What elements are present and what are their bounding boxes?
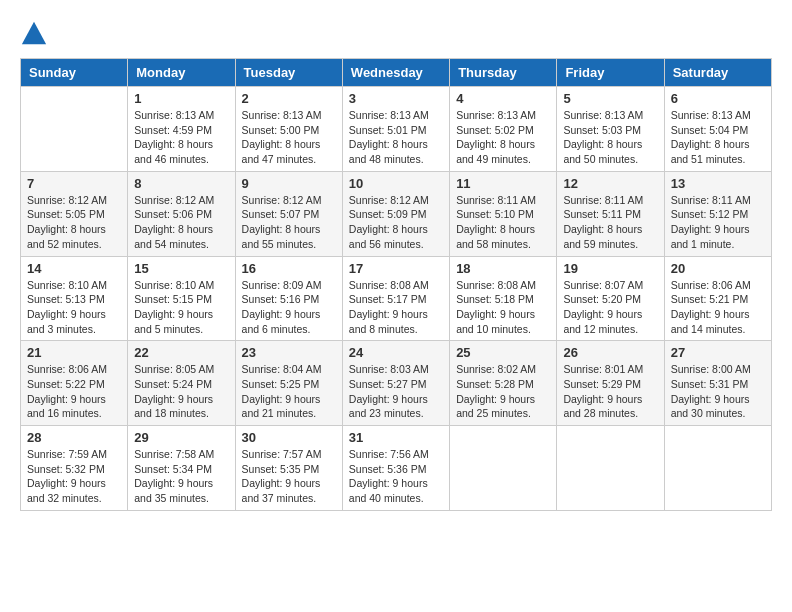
calendar-cell: 18Sunrise: 8:08 AMSunset: 5:18 PMDayligh… — [450, 256, 557, 341]
day-info: Sunrise: 8:12 AMSunset: 5:06 PMDaylight:… — [134, 193, 228, 252]
calendar-cell: 13Sunrise: 8:11 AMSunset: 5:12 PMDayligh… — [664, 171, 771, 256]
day-number: 31 — [349, 430, 443, 445]
day-info: Sunrise: 8:04 AMSunset: 5:25 PMDaylight:… — [242, 362, 336, 421]
day-number: 16 — [242, 261, 336, 276]
calendar-cell: 23Sunrise: 8:04 AMSunset: 5:25 PMDayligh… — [235, 341, 342, 426]
day-info: Sunrise: 7:56 AMSunset: 5:36 PMDaylight:… — [349, 447, 443, 506]
calendar-cell: 8Sunrise: 8:12 AMSunset: 5:06 PMDaylight… — [128, 171, 235, 256]
day-number: 23 — [242, 345, 336, 360]
day-info: Sunrise: 8:11 AMSunset: 5:10 PMDaylight:… — [456, 193, 550, 252]
day-number: 25 — [456, 345, 550, 360]
day-info: Sunrise: 7:57 AMSunset: 5:35 PMDaylight:… — [242, 447, 336, 506]
day-info: Sunrise: 8:08 AMSunset: 5:18 PMDaylight:… — [456, 278, 550, 337]
calendar-cell: 26Sunrise: 8:01 AMSunset: 5:29 PMDayligh… — [557, 341, 664, 426]
day-number: 14 — [27, 261, 121, 276]
day-number: 8 — [134, 176, 228, 191]
calendar-cell: 19Sunrise: 8:07 AMSunset: 5:20 PMDayligh… — [557, 256, 664, 341]
calendar-cell: 11Sunrise: 8:11 AMSunset: 5:10 PMDayligh… — [450, 171, 557, 256]
day-number: 11 — [456, 176, 550, 191]
day-header-monday: Monday — [128, 59, 235, 87]
page-header — [20, 20, 772, 48]
day-number: 26 — [563, 345, 657, 360]
day-header-sunday: Sunday — [21, 59, 128, 87]
calendar-cell: 7Sunrise: 8:12 AMSunset: 5:05 PMDaylight… — [21, 171, 128, 256]
day-info: Sunrise: 8:11 AMSunset: 5:12 PMDaylight:… — [671, 193, 765, 252]
day-header-thursday: Thursday — [450, 59, 557, 87]
day-number: 30 — [242, 430, 336, 445]
day-number: 22 — [134, 345, 228, 360]
calendar-cell: 28Sunrise: 7:59 AMSunset: 5:32 PMDayligh… — [21, 426, 128, 511]
calendar-cell: 29Sunrise: 7:58 AMSunset: 5:34 PMDayligh… — [128, 426, 235, 511]
day-number: 24 — [349, 345, 443, 360]
calendar-cell — [664, 426, 771, 511]
day-info: Sunrise: 8:06 AMSunset: 5:22 PMDaylight:… — [27, 362, 121, 421]
calendar-cell: 10Sunrise: 8:12 AMSunset: 5:09 PMDayligh… — [342, 171, 449, 256]
calendar-week-row: 14Sunrise: 8:10 AMSunset: 5:13 PMDayligh… — [21, 256, 772, 341]
calendar-cell: 25Sunrise: 8:02 AMSunset: 5:28 PMDayligh… — [450, 341, 557, 426]
calendar-table: SundayMondayTuesdayWednesdayThursdayFrid… — [20, 58, 772, 511]
day-number: 5 — [563, 91, 657, 106]
day-info: Sunrise: 8:12 AMSunset: 5:05 PMDaylight:… — [27, 193, 121, 252]
day-number: 13 — [671, 176, 765, 191]
calendar-cell: 12Sunrise: 8:11 AMSunset: 5:11 PMDayligh… — [557, 171, 664, 256]
svg-marker-0 — [22, 22, 46, 44]
day-info: Sunrise: 8:02 AMSunset: 5:28 PMDaylight:… — [456, 362, 550, 421]
day-number: 28 — [27, 430, 121, 445]
day-header-saturday: Saturday — [664, 59, 771, 87]
calendar-week-row: 1Sunrise: 8:13 AMSunset: 4:59 PMDaylight… — [21, 87, 772, 172]
day-info: Sunrise: 8:05 AMSunset: 5:24 PMDaylight:… — [134, 362, 228, 421]
day-info: Sunrise: 8:12 AMSunset: 5:09 PMDaylight:… — [349, 193, 443, 252]
day-info: Sunrise: 8:01 AMSunset: 5:29 PMDaylight:… — [563, 362, 657, 421]
calendar-cell: 31Sunrise: 7:56 AMSunset: 5:36 PMDayligh… — [342, 426, 449, 511]
calendar-week-row: 7Sunrise: 8:12 AMSunset: 5:05 PMDaylight… — [21, 171, 772, 256]
calendar-cell: 6Sunrise: 8:13 AMSunset: 5:04 PMDaylight… — [664, 87, 771, 172]
day-number: 9 — [242, 176, 336, 191]
day-info: Sunrise: 8:13 AMSunset: 5:01 PMDaylight:… — [349, 108, 443, 167]
day-number: 1 — [134, 91, 228, 106]
day-info: Sunrise: 8:07 AMSunset: 5:20 PMDaylight:… — [563, 278, 657, 337]
day-info: Sunrise: 8:13 AMSunset: 5:00 PMDaylight:… — [242, 108, 336, 167]
calendar-cell: 27Sunrise: 8:00 AMSunset: 5:31 PMDayligh… — [664, 341, 771, 426]
day-header-wednesday: Wednesday — [342, 59, 449, 87]
logo-icon — [20, 20, 48, 48]
day-number: 29 — [134, 430, 228, 445]
calendar-cell: 22Sunrise: 8:05 AMSunset: 5:24 PMDayligh… — [128, 341, 235, 426]
calendar-cell: 24Sunrise: 8:03 AMSunset: 5:27 PMDayligh… — [342, 341, 449, 426]
logo — [20, 20, 52, 48]
day-number: 4 — [456, 91, 550, 106]
calendar-cell: 2Sunrise: 8:13 AMSunset: 5:00 PMDaylight… — [235, 87, 342, 172]
calendar-cell: 5Sunrise: 8:13 AMSunset: 5:03 PMDaylight… — [557, 87, 664, 172]
calendar-cell: 30Sunrise: 7:57 AMSunset: 5:35 PMDayligh… — [235, 426, 342, 511]
calendar-header-row: SundayMondayTuesdayWednesdayThursdayFrid… — [21, 59, 772, 87]
calendar-week-row: 28Sunrise: 7:59 AMSunset: 5:32 PMDayligh… — [21, 426, 772, 511]
day-number: 27 — [671, 345, 765, 360]
calendar-cell: 21Sunrise: 8:06 AMSunset: 5:22 PMDayligh… — [21, 341, 128, 426]
calendar-cell: 15Sunrise: 8:10 AMSunset: 5:15 PMDayligh… — [128, 256, 235, 341]
day-info: Sunrise: 8:12 AMSunset: 5:07 PMDaylight:… — [242, 193, 336, 252]
calendar-cell — [21, 87, 128, 172]
day-header-friday: Friday — [557, 59, 664, 87]
day-info: Sunrise: 8:13 AMSunset: 4:59 PMDaylight:… — [134, 108, 228, 167]
day-info: Sunrise: 7:59 AMSunset: 5:32 PMDaylight:… — [27, 447, 121, 506]
day-number: 21 — [27, 345, 121, 360]
day-info: Sunrise: 8:11 AMSunset: 5:11 PMDaylight:… — [563, 193, 657, 252]
day-number: 20 — [671, 261, 765, 276]
calendar-cell: 17Sunrise: 8:08 AMSunset: 5:17 PMDayligh… — [342, 256, 449, 341]
calendar-cell — [450, 426, 557, 511]
calendar-week-row: 21Sunrise: 8:06 AMSunset: 5:22 PMDayligh… — [21, 341, 772, 426]
day-number: 10 — [349, 176, 443, 191]
day-info: Sunrise: 8:09 AMSunset: 5:16 PMDaylight:… — [242, 278, 336, 337]
calendar-cell — [557, 426, 664, 511]
day-number: 17 — [349, 261, 443, 276]
day-number: 15 — [134, 261, 228, 276]
day-number: 12 — [563, 176, 657, 191]
day-number: 19 — [563, 261, 657, 276]
day-number: 3 — [349, 91, 443, 106]
calendar-cell: 3Sunrise: 8:13 AMSunset: 5:01 PMDaylight… — [342, 87, 449, 172]
day-number: 2 — [242, 91, 336, 106]
day-info: Sunrise: 7:58 AMSunset: 5:34 PMDaylight:… — [134, 447, 228, 506]
day-info: Sunrise: 8:13 AMSunset: 5:03 PMDaylight:… — [563, 108, 657, 167]
calendar-cell: 1Sunrise: 8:13 AMSunset: 4:59 PMDaylight… — [128, 87, 235, 172]
calendar-cell: 9Sunrise: 8:12 AMSunset: 5:07 PMDaylight… — [235, 171, 342, 256]
day-header-tuesday: Tuesday — [235, 59, 342, 87]
